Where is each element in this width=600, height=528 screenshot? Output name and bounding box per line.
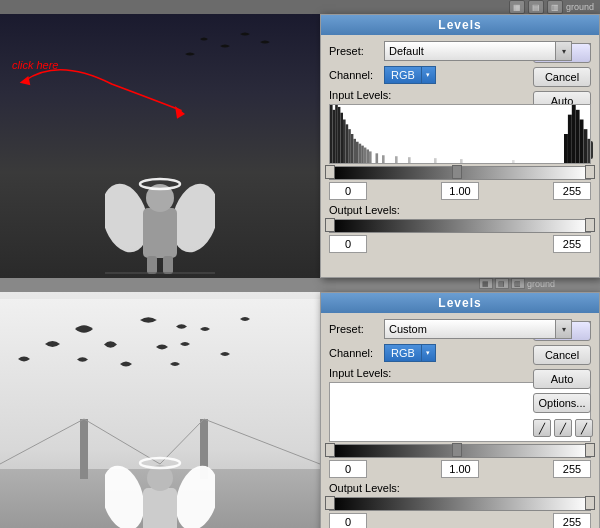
svg-rect-31: [460, 159, 463, 163]
cancel-button-bottom[interactable]: Cancel: [533, 345, 591, 365]
svg-rect-10: [330, 105, 333, 163]
svg-rect-19: [353, 139, 356, 163]
output-min-top[interactable]: [329, 235, 367, 253]
svg-rect-27: [382, 155, 385, 163]
channel-select-top[interactable]: RGB: [384, 66, 422, 84]
eyedropper-tools-bottom: ╱ ╱ ╱: [533, 419, 593, 437]
input-slider-left-bottom[interactable]: [325, 443, 335, 457]
sep-icon-3[interactable]: ▥: [511, 278, 525, 289]
svg-rect-35: [572, 105, 576, 163]
input-values-top: [329, 182, 591, 200]
svg-rect-18: [351, 134, 354, 163]
dialog-titlebar-bottom: Levels: [321, 293, 599, 313]
input-max-bottom[interactable]: [553, 460, 591, 478]
svg-rect-26: [376, 153, 379, 163]
svg-rect-17: [348, 129, 351, 163]
svg-rect-8: [163, 256, 173, 274]
svg-rect-33: [564, 134, 568, 163]
bottom-half: Levels OK Cancel Auto Options... ╱ ╱ ╱ ✓…: [0, 289, 600, 528]
svg-rect-22: [361, 146, 364, 163]
input-mid-bottom[interactable]: [441, 460, 479, 478]
input-slider-right-top[interactable]: [585, 165, 595, 179]
channel-arrow-bottom[interactable]: ▾: [422, 344, 436, 362]
svg-rect-12: [335, 105, 338, 163]
eyedropper-black-bottom[interactable]: ╱: [533, 419, 551, 437]
channel-label-bottom: Channel:: [329, 347, 384, 359]
preset-dropdown-arrow-top[interactable]: ▾: [556, 41, 572, 61]
toolbar-icon-2[interactable]: ▤: [528, 0, 544, 14]
svg-rect-15: [343, 120, 346, 164]
channel-arrow-top[interactable]: ▾: [422, 66, 436, 84]
input-mid-top[interactable]: [441, 182, 479, 200]
svg-rect-37: [580, 120, 584, 164]
angel-figure-top: [105, 148, 215, 278]
svg-rect-42: [80, 419, 88, 479]
output-min-bottom[interactable]: [329, 513, 367, 528]
preset-select-bottom[interactable]: Custom: [384, 319, 556, 339]
output-values-top: [329, 235, 591, 253]
svg-rect-16: [346, 124, 349, 163]
separator-strip: ▦ ▤ ▥ ground: [0, 278, 600, 289]
bottom-dialog-buttons: OK Cancel Auto Options... ╱ ╱ ╱ ✓ Previe…: [533, 321, 593, 457]
input-values-bottom: [329, 460, 591, 478]
input-min-top[interactable]: [329, 182, 367, 200]
sep-icon-2[interactable]: ▤: [495, 278, 509, 289]
cancel-button-top[interactable]: Cancel: [533, 67, 591, 87]
output-slider-right-bottom[interactable]: [585, 496, 595, 510]
input-slider-top[interactable]: [329, 166, 591, 180]
histogram-top: [329, 104, 591, 164]
levels-dialog-bottom: Levels OK Cancel Auto Options... ╱ ╱ ╱ ✓…: [320, 292, 600, 528]
input-slider-mid-top[interactable]: [452, 165, 462, 179]
output-slider-left-bottom[interactable]: [325, 496, 335, 510]
photo-area-bottom: [0, 292, 320, 528]
preset-dropdown-arrow-bottom[interactable]: ▾: [556, 319, 572, 339]
sep-icon-1[interactable]: ▦: [479, 278, 493, 289]
input-slider-mid-bottom[interactable]: [452, 443, 462, 457]
output-slider-left-top[interactable]: [325, 218, 335, 232]
svg-rect-7: [147, 256, 157, 274]
svg-rect-14: [340, 113, 343, 163]
toolbar-icon-3[interactable]: ▥: [547, 0, 563, 14]
eyedropper-white-bottom[interactable]: ╱: [575, 419, 593, 437]
input-slider-bottom[interactable]: [329, 444, 591, 458]
output-slider-bottom[interactable]: [329, 497, 591, 511]
photo-area-top: click here: [0, 14, 320, 278]
red-arrow-annotation: [5, 44, 205, 144]
main-container: ▦ ▤ ▥ ground click here: [0, 0, 600, 528]
svg-rect-39: [587, 139, 590, 163]
svg-rect-23: [364, 148, 367, 163]
output-max-top[interactable]: [553, 235, 591, 253]
ground-label-sep: ground: [527, 279, 555, 289]
angel-figure-bottom: [105, 426, 215, 528]
top-half: click here: [0, 14, 600, 278]
preset-row-top: Preset: Default ▾ ≡: [329, 41, 591, 61]
svg-rect-25: [369, 151, 372, 163]
svg-rect-50: [143, 488, 177, 528]
output-slider-top[interactable]: [329, 219, 591, 233]
preset-label-top: Preset:: [329, 45, 384, 57]
svg-rect-38: [584, 129, 588, 163]
svg-rect-29: [408, 157, 411, 163]
output-max-bottom[interactable]: [553, 513, 591, 528]
output-slider-right-top[interactable]: [585, 218, 595, 232]
preset-select-top[interactable]: Default: [384, 41, 556, 61]
eyedropper-gray-bottom[interactable]: ╱: [554, 419, 572, 437]
svg-rect-32: [512, 160, 515, 163]
toolbar-icon-1[interactable]: ▦: [509, 0, 525, 14]
options-button-bottom[interactable]: Options...: [533, 393, 591, 413]
auto-button-bottom[interactable]: Auto: [533, 369, 591, 389]
channel-select-bottom[interactable]: RGB: [384, 344, 422, 362]
input-min-bottom[interactable]: [329, 460, 367, 478]
input-slider-right-bottom[interactable]: [585, 443, 595, 457]
preset-label-bottom: Preset:: [329, 323, 384, 335]
ground-label-top: ground: [566, 2, 594, 12]
svg-marker-0: [175, 106, 185, 119]
svg-rect-4: [143, 208, 177, 258]
svg-rect-20: [356, 142, 359, 163]
input-slider-left-top[interactable]: [325, 165, 335, 179]
toolbar-strip-top: ▦ ▤ ▥ ground: [0, 0, 600, 14]
input-max-top[interactable]: [553, 182, 591, 200]
output-values-bottom: [329, 513, 591, 528]
preset-row-bottom: Preset: Custom ▾ ≡: [329, 319, 591, 339]
output-levels-label-top: Output Levels:: [329, 204, 591, 216]
